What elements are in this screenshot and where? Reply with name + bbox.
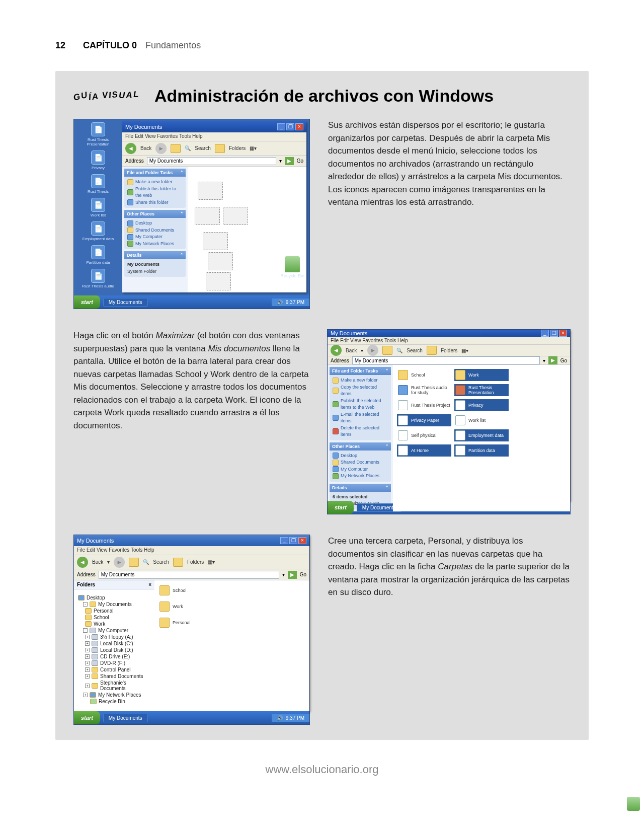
panel-title: Administración de archivos con Windows (154, 86, 494, 106)
chapter-subtitle: Fundamentos (145, 40, 201, 50)
chevron-up-icon[interactable]: ˄ (181, 253, 183, 258)
taskbar-item[interactable]: My Documents (103, 298, 148, 307)
folder-item[interactable]: Work (454, 369, 509, 381)
document-icon: 📄 (91, 221, 105, 236)
window-buttons[interactable]: _❐× (277, 123, 303, 130)
paragraph-1: Sus archivos están dispersos por el escr… (328, 119, 571, 309)
close-pane-icon[interactable]: × (148, 582, 151, 587)
file-item[interactable]: Rust Thesis Presentation (454, 384, 509, 396)
go-button[interactable]: ▶ (285, 157, 294, 165)
start-button[interactable]: start (74, 295, 100, 309)
paragraph-2: Haga clic en el botón Maximizar (el botó… (73, 329, 309, 514)
document-icon: 📄 (91, 269, 105, 283)
maximize-icon: ❐ (286, 123, 294, 130)
document-icon: 📄 (91, 245, 105, 259)
recycle-bin[interactable] (627, 797, 640, 806)
menubar[interactable]: File Edit View Favorites Tools Help (122, 132, 306, 141)
folders-icon[interactable] (215, 144, 225, 153)
drag-ghost-icon (198, 182, 223, 200)
back-icon[interactable]: ◄ (125, 143, 136, 154)
file-item[interactable]: Rust Thesis Project (397, 399, 451, 411)
drag-ghost-icon (195, 207, 220, 225)
screenshot-2: My Documents _❐× File Edit View Favorite… (327, 329, 571, 514)
toolbar[interactable]: ◄Back ► 🔍Search Folders ▦▾ (122, 141, 306, 156)
clock: 9:37 PM (286, 299, 304, 305)
recycle-bin-icon (285, 256, 300, 272)
drag-ghost-icon (208, 252, 233, 270)
page-footer-url: www.elsolucionario.org (55, 763, 589, 776)
file-item[interactable]: Employment data (454, 429, 509, 441)
visual-guide-panel: GUÍA VISUAL Administración de archivos c… (55, 71, 589, 740)
file-item[interactable]: Privacy Paper (397, 414, 451, 426)
taskbar[interactable]: start My Documents 🔊9:37 PM (74, 295, 309, 309)
page-number: 12 (55, 40, 65, 50)
running-header: 12 CAPÍTULO 0 Fundamentos (55, 40, 589, 51)
chapter-label: CAPÍTULO 0 (83, 40, 137, 50)
close-icon: × (295, 123, 303, 130)
document-icon: 📄 (91, 198, 105, 212)
file-item[interactable]: Work list (454, 414, 509, 426)
recycle-bin[interactable]: Recycle Bin (280, 256, 304, 278)
drag-ghost-icon (206, 272, 231, 290)
file-item[interactable]: Rust Thesis audio for study (397, 384, 451, 396)
forward-icon[interactable]: ► (155, 143, 167, 154)
folder-item[interactable]: Personal (158, 617, 305, 629)
address-input[interactable] (147, 157, 276, 165)
volume-icon: 🔊 (277, 299, 283, 305)
drag-ghost-icon (223, 207, 248, 225)
chevron-up-icon[interactable]: ˄ (181, 170, 183, 175)
views-icon[interactable]: ▦▾ (250, 145, 257, 151)
explorer-window: My Documents _❐× File Edit View Favorite… (122, 121, 306, 292)
drag-ghost-icon (203, 232, 228, 250)
folder-item[interactable]: School (158, 584, 305, 596)
chevron-up-icon[interactable]: ˄ (181, 211, 183, 216)
folder-item[interactable]: School (397, 369, 451, 381)
file-item[interactable]: At Home (397, 444, 451, 457)
address-bar[interactable]: Address ▾▶Go (122, 156, 306, 167)
explorer-sidepane: File and Folder Tasks˄ Make a new folder… (122, 167, 188, 292)
desktop-icons: 📄Rust Thesis Presentation 📄Privacy 📄Rust… (74, 119, 122, 295)
screenshot-1: 📄Rust Thesis Presentation 📄Privacy 📄Rust… (73, 119, 310, 309)
file-item[interactable]: Self physical (397, 429, 451, 441)
document-icon: 📄 (91, 151, 105, 165)
window-title: My Documents (125, 124, 162, 130)
file-item[interactable]: Partition data (454, 444, 509, 457)
guia-visual-badge: GUÍA VISUAL (73, 88, 139, 104)
up-folder-icon[interactable] (171, 144, 181, 153)
document-icon: 📄 (91, 174, 105, 188)
document-icon: 📄 (91, 122, 105, 136)
system-tray[interactable]: 🔊9:37 PM (272, 298, 309, 306)
file-item[interactable]: Privacy (454, 399, 509, 411)
folder-tree[interactable]: Desktop -My Documents Personal School Wo… (74, 591, 154, 708)
screenshot-3: My Documents _❐× File Edit View Favorite… (73, 535, 310, 725)
folder-item[interactable]: Work (158, 600, 305, 613)
minimize-icon: _ (277, 123, 285, 130)
paragraph-3: Cree una tercera carpeta, Personal, y di… (328, 535, 571, 725)
